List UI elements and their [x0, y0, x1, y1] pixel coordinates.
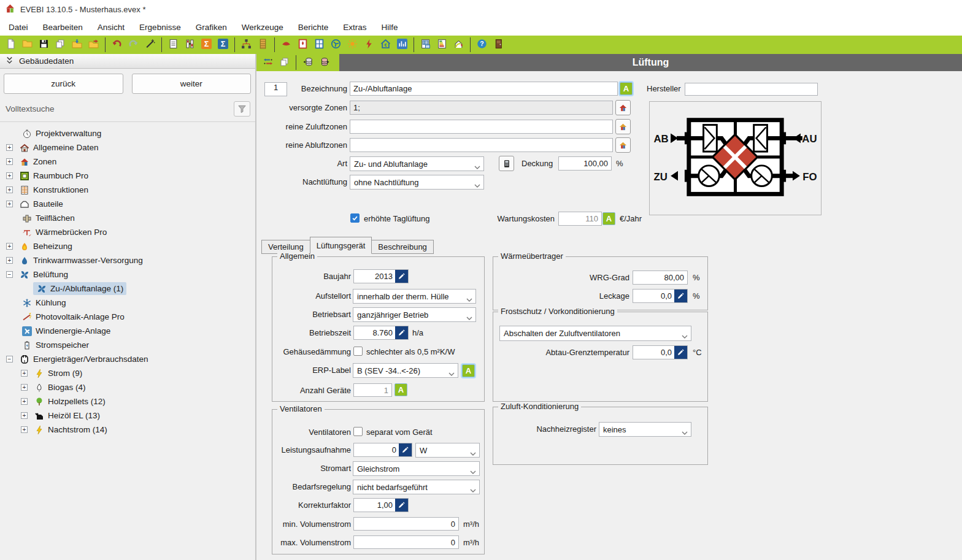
tree-expander-plus-icon[interactable]: +	[21, 426, 28, 433]
tree-item-core[interactable]: Projektverwaltung	[18, 127, 104, 140]
tree-expander-plus-icon[interactable]: +	[6, 158, 13, 165]
hersteller-input[interactable]	[685, 83, 818, 96]
leckage-input[interactable]	[633, 290, 674, 302]
max-volumenstrom-input[interactable]	[353, 535, 459, 549]
open-folder-button[interactable]	[19, 37, 36, 53]
tree-expander-plus-icon[interactable]: +	[6, 144, 13, 151]
stats-blue-button[interactable]	[394, 37, 410, 53]
db-export-button[interactable]	[316, 55, 333, 71]
sigma-orange-button[interactable]: Σ	[198, 37, 215, 53]
tree-selected-item[interactable]: Zu-/Abluftanlage (1)	[33, 282, 126, 295]
back-button[interactable]: zurück	[4, 74, 123, 94]
tree-item-core[interactable]: Allgemeine Daten	[16, 141, 102, 154]
tree-expander-plus-icon[interactable]: +	[6, 257, 13, 264]
bolt-red-button[interactable]	[361, 37, 377, 53]
materials-button[interactable]	[255, 37, 271, 53]
tree-item-kühlung[interactable]: Kühlung	[0, 296, 255, 310]
collapse-chevrons-icon[interactable]	[6, 56, 13, 66]
tree-item-projektverwaltung[interactable]: Projektverwaltung	[0, 126, 255, 140]
redo-button[interactable]	[125, 37, 142, 53]
tree-item-core[interactable]: Energieträger/Verbrauchsdaten	[16, 353, 152, 366]
tree-item-nachtstrom-14[interactable]: +Nachtstrom (14)	[0, 423, 255, 437]
tree-item-holzpellets-12[interactable]: +Holzpellets (12)	[0, 394, 255, 408]
tree-item-core[interactable]: Teilflächen	[18, 212, 78, 224]
menu-ansicht[interactable]: Ansicht	[90, 20, 132, 34]
tree-item-core[interactable]: Heizöl EL (13)	[31, 409, 103, 422]
betriebsart-select[interactable]: ganzjähriger Betrieb	[353, 307, 476, 322]
tree-item-core[interactable]: Belüftung	[16, 268, 71, 281]
erp-auto-button[interactable]: A	[462, 364, 475, 377]
ventilatoren-separat-checkbox[interactable]	[353, 427, 363, 436]
menu-grafiken[interactable]: Grafiken	[188, 20, 234, 34]
bezeichnung-input[interactable]	[350, 82, 618, 96]
tree-item-core[interactable]: Zonen	[16, 155, 60, 168]
erp-label-select[interactable]: B (SEV -34..<-26)	[353, 363, 458, 378]
wartungskosten-auto-button[interactable]: A	[602, 212, 615, 225]
anzahl-auto-button[interactable]: A	[394, 383, 407, 396]
reine-zuluftzonen-picker-button[interactable]	[615, 119, 631, 134]
versorgte-zonen-input[interactable]	[350, 101, 613, 115]
tree-item-core[interactable]: Wärmebrücken Pro	[18, 226, 110, 239]
leistungsaufnahme-edit-button[interactable]	[399, 443, 412, 456]
tree-item-konstruktionen[interactable]: +Konstruktionen	[0, 183, 255, 197]
tree-expander-plus-icon[interactable]: +	[21, 398, 28, 405]
tree-item-energieträger-verbrauchsdaten[interactable]: −Energieträger/Verbrauchsdaten	[0, 352, 255, 366]
heat-label-button[interactable]	[294, 37, 311, 53]
tree-item-bauteile[interactable]: +Bauteile	[0, 197, 255, 211]
korrekturfaktor-edit-button[interactable]	[395, 499, 408, 512]
next-button[interactable]: weiter	[132, 74, 252, 94]
tree-expander-minus-icon[interactable]: −	[6, 356, 13, 362]
new-file-button[interactable]	[2, 37, 19, 53]
sync-button[interactable]	[260, 55, 276, 71]
wrg-grad-input[interactable]	[633, 270, 688, 285]
tree-item-core[interactable]: Windenergie-Anlage	[18, 324, 114, 337]
baujahr-edit-button[interactable]	[395, 270, 408, 283]
bezeichnung-auto-button[interactable]: A	[620, 82, 633, 95]
help-button[interactable]: ?	[474, 37, 490, 53]
sigma-blue-button[interactable]: Σ	[215, 37, 231, 53]
menu-datei[interactable]: Datei	[1, 20, 36, 34]
tree-item-zonen[interactable]: +Zonen	[0, 155, 255, 169]
nachtlueftung-select[interactable]: ohne Nachtlüftung	[350, 175, 484, 190]
min-volumenstrom-input[interactable]	[353, 517, 459, 531]
tree-expander-plus-icon[interactable]: +	[21, 384, 28, 391]
import-folder-button[interactable]	[69, 37, 85, 53]
exit-door-button[interactable]	[490, 37, 507, 53]
tree-expander-plus-icon[interactable]: +	[21, 370, 28, 377]
flowchart-button[interactable]	[238, 37, 255, 53]
roof-red-button[interactable]	[278, 37, 294, 53]
tree-item-core[interactable]: Bauteile	[16, 198, 66, 210]
bedarfsregelung-select[interactable]: nicht bedarfsgeführt	[353, 480, 480, 494]
tree-expander-plus-icon[interactable]: +	[6, 243, 13, 250]
reine-abluftzonen-input[interactable]	[350, 138, 613, 152]
tree-item-stromspeicher[interactable]: Stromspeicher	[0, 338, 255, 352]
tree-item-beheizung[interactable]: +Beheizung	[0, 239, 255, 253]
tree-expander-plus-icon[interactable]: +	[6, 172, 13, 179]
wizard-button[interactable]	[142, 37, 158, 53]
energy-pass-button[interactable]	[450, 37, 467, 53]
tab-lüftungsgerät[interactable]: Lüftungsgerät	[310, 237, 372, 254]
nachheizregister-select[interactable]: keines	[599, 422, 691, 437]
energy-label-button[interactable]	[434, 37, 450, 53]
copy-button[interactable]	[276, 55, 293, 71]
abtau-input[interactable]	[633, 346, 674, 359]
tree-item-photovoltaik-anlage-pro[interactable]: Photovoltaik-Anlage Pro	[0, 310, 255, 324]
deckung-input[interactable]	[558, 156, 612, 171]
export-folder-button[interactable]	[85, 37, 102, 53]
versorgte-zonen-picker-button[interactable]	[615, 100, 631, 115]
tree-item-core[interactable]: Biogas (4)	[31, 381, 89, 394]
tree-item-core[interactable]: Kühlung	[18, 296, 69, 309]
copy-button[interactable]	[52, 37, 69, 53]
tree-item-allgemeine-daten[interactable]: +Allgemeine Daten	[0, 140, 255, 155]
tree-item-windenergie-anlage[interactable]: Windenergie-Anlage	[0, 324, 255, 338]
tree-item-teilflächen[interactable]: Teilflächen	[0, 211, 255, 225]
art-select[interactable]: Zu- und Abluftanlage	[350, 156, 484, 171]
leistungsaufnahme-input[interactable]	[354, 443, 399, 456]
menu-ergebnisse[interactable]: Ergebnisse	[132, 20, 188, 34]
tree-item-core[interactable]: Nachtstrom (14)	[31, 423, 110, 436]
sun-button[interactable]	[344, 37, 361, 53]
leistung-unit-select[interactable]: W	[415, 443, 480, 458]
tree-item-heizöl-el-13[interactable]: +Heizöl EL (13)	[0, 408, 255, 423]
menu-hilfe[interactable]: Hilfe	[374, 20, 406, 34]
frostschutz-select[interactable]: Abschalten der Zuluftventilatoren	[499, 326, 691, 341]
